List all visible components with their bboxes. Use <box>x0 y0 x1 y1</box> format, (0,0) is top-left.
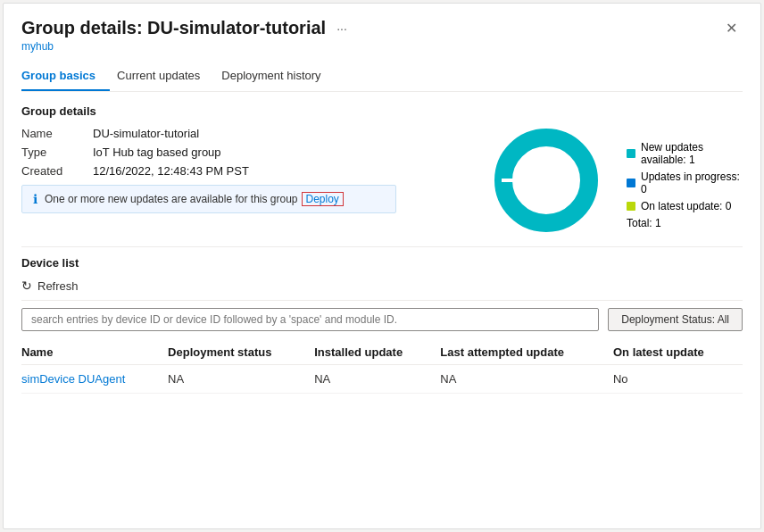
col-header-on-latest: On latest update <box>613 340 743 365</box>
value-name: DU-simulator-tutorial <box>93 127 199 140</box>
tab-deployment-history[interactable]: Deployment history <box>221 62 335 91</box>
refresh-icon: ↻ <box>21 278 32 293</box>
cell-last-attempted: NA <box>440 365 613 394</box>
col-header-installed-update: Installed update <box>314 340 440 365</box>
table-header-row: Name Deployment status Installed update … <box>21 340 743 365</box>
deploy-link[interactable]: Deploy <box>302 192 344 206</box>
legend-item-new: New updates available: 1 <box>627 141 743 166</box>
label-type: Type <box>21 145 93 159</box>
deployment-status-filter[interactable]: Deployment Status: All <box>608 308 743 331</box>
chart-and-legend: New updates available: 1 Updates in prog… <box>493 127 743 234</box>
value-created: 12/16/2022, 12:48:43 PM PST <box>93 164 249 178</box>
chart-total: Total: 1 <box>627 217 743 229</box>
info-icon: ℹ <box>33 192 37 206</box>
panel-title: Group details: DU-simulator-tutorial <box>21 18 326 38</box>
more-button[interactable]: ··· <box>336 21 347 36</box>
detail-name-row: Name DU-simulator-tutorial <box>21 127 493 140</box>
group-details-title: Group details <box>21 104 743 118</box>
legend-dot-inprogress <box>627 179 635 187</box>
cell-installed-update: NA <box>314 365 440 394</box>
chart-area: New updates available: 1 Updates in prog… <box>493 127 743 234</box>
device-table: Name Deployment status Installed update … <box>21 340 743 394</box>
divider <box>21 246 743 247</box>
refresh-button[interactable]: ↻ Refresh <box>21 278 79 293</box>
tabs: Group basics Current updates Deployment … <box>21 62 743 92</box>
value-type: IoT Hub tag based group <box>93 145 221 159</box>
close-button[interactable]: ✕ <box>720 18 743 38</box>
legend-dot-latest <box>627 202 635 211</box>
content-area: Group details Name DU-simulator-tutorial… <box>21 92 743 514</box>
details-table: Name DU-simulator-tutorial Type IoT Hub … <box>21 127 493 213</box>
col-header-deployment-status: Deployment status <box>168 340 314 365</box>
col-header-last-attempted: Last attempted update <box>440 340 613 365</box>
label-name: Name <box>21 127 93 140</box>
legend-dot-new <box>627 149 635 158</box>
alert-text: One or more new updates are available fo… <box>45 193 298 205</box>
detail-created-row: Created 12/16/2022, 12:48:43 PM PST <box>21 164 493 178</box>
search-filter-row: Deployment Status: All <box>21 308 743 331</box>
panel-header: Group details: DU-simulator-tutorial ···… <box>21 18 743 53</box>
legend-label-new: New updates available: 1 <box>641 141 743 166</box>
cell-deployment-status: NA <box>168 365 314 394</box>
panel: Group details: DU-simulator-tutorial ···… <box>3 3 761 529</box>
table-row: simDevice DUAgent NA NA NA No <box>21 365 743 394</box>
device-list-title: Device list <box>21 256 743 270</box>
refresh-label: Refresh <box>37 279 79 293</box>
group-details-row: Name DU-simulator-tutorial Type IoT Hub … <box>21 127 743 234</box>
col-header-name: Name <box>21 340 168 365</box>
alert-box: ℹ One or more new updates are available … <box>21 185 396 213</box>
tab-group-basics[interactable]: Group basics <box>21 62 110 91</box>
title-area: Group details: DU-simulator-tutorial ···… <box>21 18 347 53</box>
label-created: Created <box>21 164 93 178</box>
title-row: Group details: DU-simulator-tutorial ··· <box>21 18 347 38</box>
tab-current-updates[interactable]: Current updates <box>117 62 214 91</box>
svg-point-1 <box>519 154 573 207</box>
chart-legend: New updates available: 1 Updates in prog… <box>627 141 743 229</box>
legend-item-latest: On latest update: 0 <box>627 200 743 212</box>
legend-item-inprogress: Updates in progress: 0 <box>627 170 743 195</box>
legend-label-latest: On latest update: 0 <box>641 200 731 212</box>
divider-2 <box>21 300 743 301</box>
device-link[interactable]: simDevice DUAgent <box>21 372 125 386</box>
cell-on-latest: No <box>613 365 743 394</box>
panel-subtitle[interactable]: myhub <box>21 40 347 53</box>
donut-chart <box>493 127 600 234</box>
search-input[interactable] <box>21 308 599 331</box>
detail-type-row: Type IoT Hub tag based group <box>21 145 493 159</box>
legend-label-inprogress: Updates in progress: 0 <box>641 170 743 195</box>
cell-name: simDevice DUAgent <box>21 365 168 394</box>
